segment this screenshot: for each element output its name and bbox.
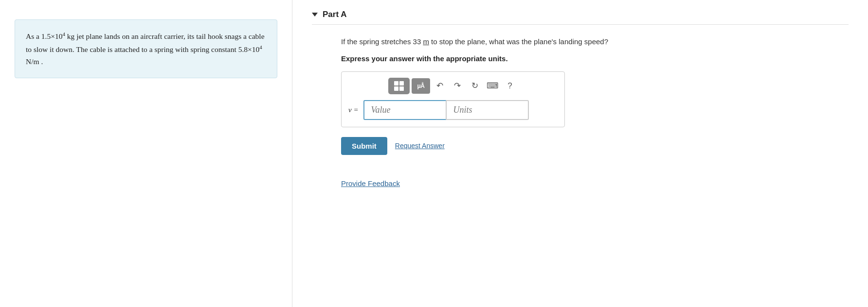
question-area: If the spring stretches 33 m to stop the…: [312, 36, 849, 188]
request-answer-button[interactable]: Request Answer: [395, 142, 445, 150]
unit-underline: m: [423, 37, 429, 46]
right-panel: Part A If the spring stretches 33 m to s…: [292, 0, 868, 307]
help-label: ?: [507, 81, 512, 91]
problem-text: As a 1.5×104 kg jet plane lands on an ai…: [26, 32, 265, 66]
template-button[interactable]: [388, 78, 410, 94]
action-buttons-row: Submit Request Answer: [341, 137, 849, 155]
collapse-chevron-icon[interactable]: [312, 13, 318, 17]
answer-input-container: μÅ ↶ ↷ ↻ ⌨ ? v =: [341, 71, 565, 127]
part-title: Part A: [323, 10, 346, 19]
question-text: If the spring stretches 33 m to stop the…: [341, 36, 849, 48]
units-input[interactable]: [446, 100, 529, 120]
value-label: v =: [348, 106, 359, 114]
value-input[interactable]: [363, 100, 446, 120]
submit-button[interactable]: Submit: [341, 137, 387, 155]
left-panel: As a 1.5×104 kg jet plane lands on an ai…: [0, 0, 292, 307]
answer-row: v =: [348, 100, 558, 120]
provide-feedback-button[interactable]: Provide Feedback: [341, 179, 400, 188]
refresh-button[interactable]: ↻: [467, 78, 483, 94]
keyboard-button[interactable]: ⌨: [485, 78, 500, 94]
math-toolbar: μÅ ↶ ↷ ↻ ⌨ ?: [348, 78, 558, 94]
express-instruction: Express your answer with the appropriate…: [341, 54, 849, 63]
mu-label: μÅ: [417, 83, 424, 89]
problem-box: As a 1.5×104 kg jet plane lands on an ai…: [15, 19, 277, 78]
redo-button[interactable]: ↷: [450, 78, 465, 94]
help-button[interactable]: ?: [502, 78, 518, 94]
part-header: Part A: [312, 10, 849, 25]
undo-button[interactable]: ↶: [432, 78, 448, 94]
mu-button[interactable]: μÅ: [412, 78, 430, 94]
